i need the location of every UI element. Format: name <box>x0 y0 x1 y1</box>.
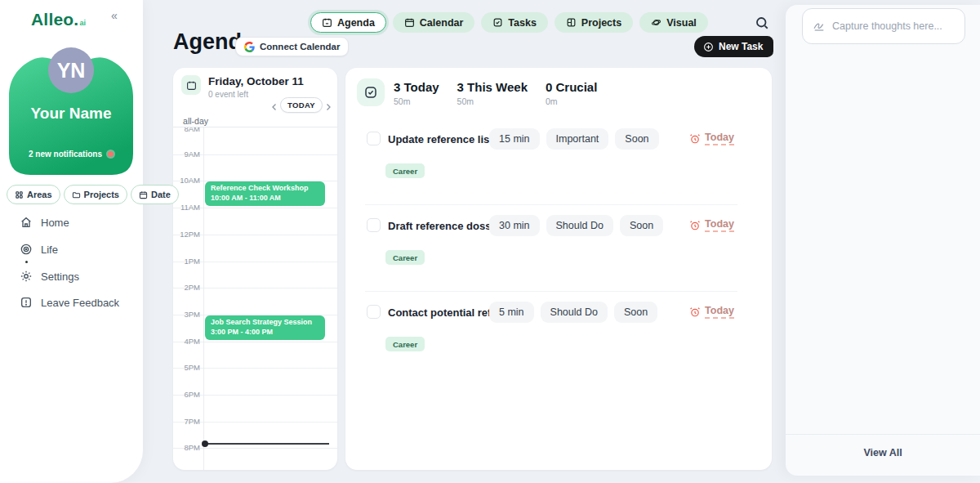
tab-visual[interactable]: Visual <box>639 12 708 33</box>
connect-calendar-button[interactable]: Connect Calendar <box>235 37 349 56</box>
calendar-grid[interactable]: 8AM 9AM 10AM 11AM 12PM 1PM 2PM 3PM 4PM 5… <box>173 127 337 470</box>
google-icon <box>244 42 255 52</box>
deadline-chip[interactable]: Today <box>689 132 734 145</box>
task-badges: 15 min Important Soon <box>489 128 659 150</box>
calendar-event[interactable]: Reference Check Workshop 10:00 AM - 11:0… <box>205 181 325 206</box>
stat-crucial[interactable]: 0 Crucial 0m <box>546 80 597 106</box>
events-left-label: 0 event left <box>208 90 248 99</box>
profile-name: Your Name <box>7 105 135 123</box>
tab-tasks[interactable]: Tasks <box>481 12 548 33</box>
notifications-link[interactable]: 2 new notifications <box>7 150 135 159</box>
chevron-left-icon[interactable] <box>270 101 279 110</box>
filter-areas[interactable]: Areas <box>7 185 60 204</box>
task-title[interactable]: Draft reference dossier <box>388 220 504 232</box>
sidebar-filters: Areas Projects Date <box>7 185 179 204</box>
alarm-clock-icon <box>689 133 701 145</box>
calendar-event[interactable]: Job Search Strategy Session 3:00 PM - 4:… <box>205 315 325 340</box>
chevron-right-icon[interactable] <box>323 101 333 110</box>
event-title: Job Search Strategy Session <box>211 318 319 326</box>
filter-date-label: Date <box>151 190 171 199</box>
task-checkbox[interactable] <box>367 132 381 145</box>
checkbox-icon <box>363 85 378 100</box>
sidebar-item-life[interactable]: Life <box>20 243 58 256</box>
event-title: Reference Check Workshop <box>211 184 319 192</box>
tab-label: Calendar <box>420 17 464 29</box>
stat-sub: 50m <box>394 96 439 106</box>
stat-sub: 50m <box>457 96 528 106</box>
urgency-badge[interactable]: Soon <box>614 302 657 323</box>
capture-thoughts-input[interactable] <box>832 20 955 32</box>
new-task-label: New Task <box>719 41 763 52</box>
current-time-indicator <box>205 443 329 445</box>
tab-calendar[interactable]: Calendar <box>393 12 475 33</box>
areas-icon <box>15 190 24 199</box>
tab-projects[interactable]: Projects <box>555 12 633 33</box>
plus-circle-icon <box>703 42 714 52</box>
task-tag[interactable]: Career <box>385 250 425 265</box>
filter-date[interactable]: Date <box>131 185 179 204</box>
today-button[interactable]: TODAY <box>280 97 323 113</box>
capture-panel: View All <box>786 5 980 476</box>
hour-label: 7PM <box>173 417 200 426</box>
all-day-row[interactable]: all-day <box>173 114 337 127</box>
urgency-badge[interactable]: Soon <box>615 128 658 150</box>
stat-value: 3 Today <box>394 80 439 94</box>
task-divider <box>365 291 737 292</box>
sidebar-item-settings[interactable]: Settings <box>20 270 79 283</box>
notification-dot-icon <box>108 151 114 157</box>
task-row: Contact potential reference 5 min Should… <box>345 303 772 390</box>
sidebar-item-label: Settings <box>41 271 79 283</box>
view-all-link[interactable]: View All <box>786 447 980 458</box>
logo-suffix: ai <box>79 19 86 27</box>
task-badges: 30 min Should Do Soon <box>489 215 663 236</box>
check-square-icon <box>492 17 503 28</box>
hour-label: 2PM <box>173 283 200 292</box>
app-logo[interactable]: Alleo.ai <box>31 10 86 29</box>
avatar[interactable]: YN <box>48 47 94 93</box>
calendar-navigation: TODAY <box>270 97 333 113</box>
priority-badge[interactable]: Should Do <box>546 215 613 236</box>
sidebar-item-home[interactable]: Home <box>20 216 69 229</box>
tab-label: Agenda <box>337 17 375 29</box>
calendar-header-icon-box <box>181 75 201 95</box>
deadline-label: Today <box>705 218 734 232</box>
agenda-calendar-panel: Friday, October 11 0 event left TODAY al… <box>173 68 337 470</box>
search-icon[interactable] <box>755 16 769 30</box>
new-task-button[interactable]: New Task <box>694 36 773 57</box>
hour-label: 9AM <box>173 150 200 159</box>
stat-today[interactable]: 3 Today 50m <box>394 80 439 106</box>
sidebar-item-label: Home <box>41 217 69 229</box>
capture-thoughts-box[interactable] <box>802 8 965 44</box>
stat-this-week[interactable]: 3 This Week 50m <box>457 80 528 106</box>
filter-projects[interactable]: Projects <box>64 185 127 204</box>
logo-text: Alleo. <box>31 10 78 29</box>
agenda-icon <box>322 17 332 28</box>
duration-badge[interactable]: 5 min <box>489 302 534 323</box>
folder-icon <box>72 190 81 199</box>
deadline-chip[interactable]: Today <box>689 305 734 319</box>
time-column-divider <box>203 114 204 470</box>
deadline-chip[interactable]: Today <box>689 218 734 232</box>
sidebar-item-label: Leave Feedback <box>41 297 119 309</box>
filter-projects-label: Projects <box>84 190 119 199</box>
tab-agenda[interactable]: Agenda <box>310 12 386 33</box>
hour-label: 3PM <box>173 310 200 319</box>
task-title[interactable]: Update reference list <box>388 133 493 145</box>
urgency-badge[interactable]: Soon <box>620 215 663 236</box>
duration-badge[interactable]: 15 min <box>489 128 540 150</box>
tab-label: Tasks <box>508 17 537 29</box>
task-tag[interactable]: Career <box>385 163 425 178</box>
sidebar-item-leave-feedback[interactable]: Leave Feedback <box>20 296 119 309</box>
priority-badge[interactable]: Should Do <box>541 302 608 323</box>
connect-calendar-label: Connect Calendar <box>260 42 340 51</box>
deadline-label: Today <box>705 305 734 319</box>
task-checkbox[interactable] <box>367 305 381 319</box>
calendar-icon <box>404 17 415 28</box>
duration-badge[interactable]: 30 min <box>489 215 540 236</box>
priority-badge[interactable]: Important <box>546 128 609 150</box>
sidebar-collapse-icon[interactable]: « <box>111 9 118 22</box>
panel-footer-divider <box>786 434 980 435</box>
task-checkbox[interactable] <box>367 218 381 232</box>
task-tag[interactable]: Career <box>385 337 425 351</box>
tab-label: Visual <box>666 17 697 29</box>
